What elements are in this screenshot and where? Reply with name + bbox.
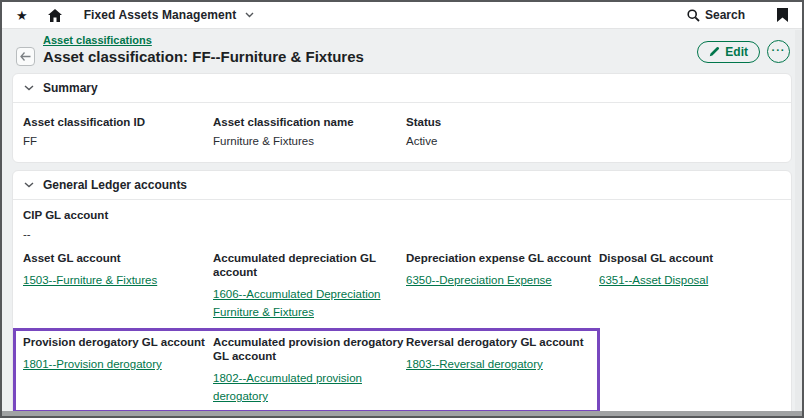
section-title: General Ledger accounts — [43, 178, 187, 192]
window-bottom-edge — [2, 411, 802, 416]
gl-account-link[interactable]: 6351--Asset Disposal — [599, 274, 708, 286]
field-value: -- — [23, 227, 781, 241]
gl-account-link[interactable]: 1802--Accumulated provision derogatory — [213, 372, 362, 402]
general-ledger-accounts-card: General Ledger accounts CIP GL account -… — [12, 170, 792, 418]
field-disposal-gl-account: Disposal GL account 6351--Asset Disposal — [599, 251, 781, 320]
field-asset-gl-account: Asset GL account 1503--Furniture & Fixtu… — [23, 251, 213, 320]
field-accumulated-provision-derogatory-gl-account: Accumulated provision derogatory GL acco… — [213, 335, 406, 404]
vertical-scrollbar[interactable] — [795, 30, 802, 411]
chevron-down-icon[interactable] — [245, 12, 254, 18]
app-menu-title[interactable]: Fixed Assets Management — [84, 8, 237, 22]
field-label: Depreciation expense GL account — [406, 251, 599, 265]
page-header: Asset classifications Asset classificati… — [2, 29, 802, 73]
summary-section-toggle[interactable]: Summary — [13, 74, 791, 103]
field-value: Furniture & Fixtures — [213, 134, 406, 148]
gl-account-link[interactable]: 1801--Provision derogatory — [23, 358, 162, 370]
field-depreciation-expense-gl-account: Depreciation expense GL account 6350--De… — [406, 251, 599, 320]
field-label: Reversal derogatory GL account — [406, 335, 583, 349]
field-label: Status — [406, 115, 599, 129]
bookmark-icon[interactable] — [777, 8, 788, 22]
gl-section-toggle[interactable]: General Ledger accounts — [13, 171, 791, 200]
edit-button[interactable]: Edit — [697, 41, 760, 63]
status-value: Active — [406, 134, 599, 148]
top-navigation-bar: ★ Fixed Assets Management Search — [2, 2, 802, 29]
page-title: Asset classification: FF--Furniture & Fi… — [43, 48, 364, 65]
field-cip-gl-account: CIP GL account -- — [23, 208, 781, 241]
summary-card: Summary Asset classification ID FF Asset… — [12, 73, 792, 163]
field-label: Accumulated provision derogatory GL acco… — [213, 335, 406, 363]
field-label: Asset GL account — [23, 251, 213, 265]
gl-account-link[interactable]: 1606--Accumulated Depreciation Furniture… — [213, 288, 380, 318]
field-label: Provision derogatory GL account — [23, 335, 213, 349]
field-label: Disposal GL account — [599, 251, 781, 265]
gl-account-link[interactable]: 6350--Depreciation Expense — [406, 274, 552, 286]
pencil-icon — [709, 46, 720, 57]
home-icon[interactable] — [48, 9, 62, 22]
field-provision-derogatory-gl-account: Provision derogatory GL account 1801--Pr… — [23, 335, 213, 404]
field-asset-classification-id: Asset classification ID FF — [23, 115, 213, 148]
favorites-star-icon[interactable]: ★ — [16, 9, 28, 22]
breadcrumb[interactable]: Asset classifications — [43, 34, 364, 46]
chevron-down-icon — [24, 182, 34, 188]
field-reversal-derogatory-gl-account: Reversal derogatory GL account 1803--Rev… — [406, 335, 583, 404]
gl-account-link[interactable]: 1503--Furniture & Fixtures — [23, 274, 157, 286]
derogatory-accounts-highlight-box: Provision derogatory GL account 1801--Pr… — [13, 328, 600, 413]
chevron-down-icon — [24, 85, 34, 91]
field-value: FF — [23, 134, 213, 148]
field-label: Asset classification ID — [23, 115, 213, 129]
field-accumulated-depreciation-gl-account: Accumulated depreciation GL account 1606… — [213, 251, 406, 320]
back-button[interactable] — [16, 47, 35, 66]
field-label: Accumulated depreciation GL account — [213, 251, 406, 279]
field-status: Status Active — [406, 115, 599, 148]
ellipsis-icon: ··· — [772, 44, 786, 56]
field-label: Asset classification name — [213, 115, 406, 129]
field-label: CIP GL account — [23, 208, 781, 222]
search-label: Search — [705, 8, 745, 22]
section-title: Summary — [43, 81, 98, 95]
search-icon — [687, 9, 700, 22]
more-actions-button[interactable]: ··· — [767, 40, 790, 63]
global-search[interactable]: Search — [687, 8, 745, 22]
field-asset-classification-name: Asset classification name Furniture & Fi… — [213, 115, 406, 148]
gl-account-link[interactable]: 1803--Reversal derogatory — [406, 358, 543, 370]
edit-button-label: Edit — [725, 45, 748, 59]
